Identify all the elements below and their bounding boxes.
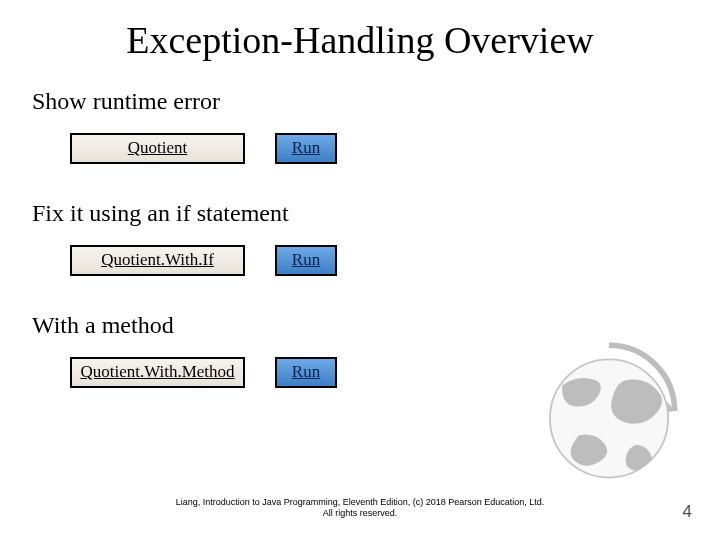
run-button[interactable]: Run	[275, 245, 337, 276]
section-heading: Show runtime error	[32, 88, 720, 115]
example-row: Quotient.With.If Run	[32, 245, 720, 276]
slide-title: Exception-Handling Overview	[0, 0, 720, 72]
footer-line1: Liang, Introduction to Java Programming,…	[0, 497, 720, 509]
example-label-button[interactable]: Quotient.With.If	[70, 245, 245, 276]
example-label-button[interactable]: Quotient	[70, 133, 245, 164]
example-row: Quotient Run	[32, 133, 720, 164]
section-heading: Fix it using an if statement	[32, 200, 720, 227]
run-button[interactable]: Run	[275, 357, 337, 388]
example-label-button[interactable]: Quotient.With.Method	[70, 357, 245, 388]
run-button[interactable]: Run	[275, 133, 337, 164]
page-number: 4	[683, 502, 692, 522]
footer-line2: All rights reserved.	[0, 508, 720, 520]
globe-icon	[534, 334, 684, 484]
footer: Liang, Introduction to Java Programming,…	[0, 497, 720, 520]
